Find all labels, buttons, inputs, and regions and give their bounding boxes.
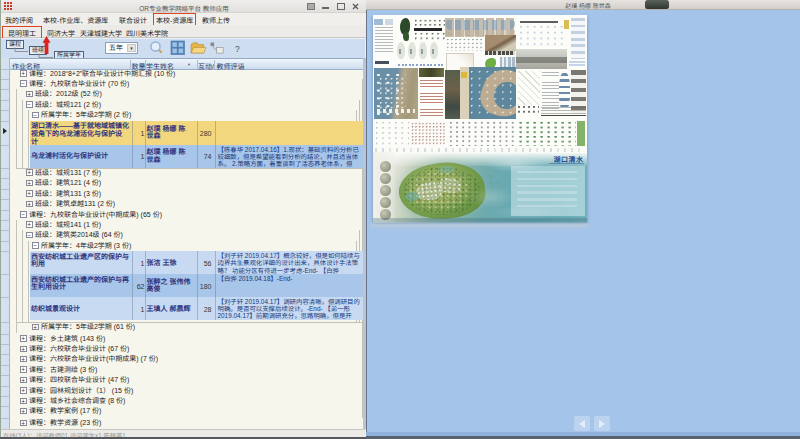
svg-text:?: ? (235, 44, 240, 54)
